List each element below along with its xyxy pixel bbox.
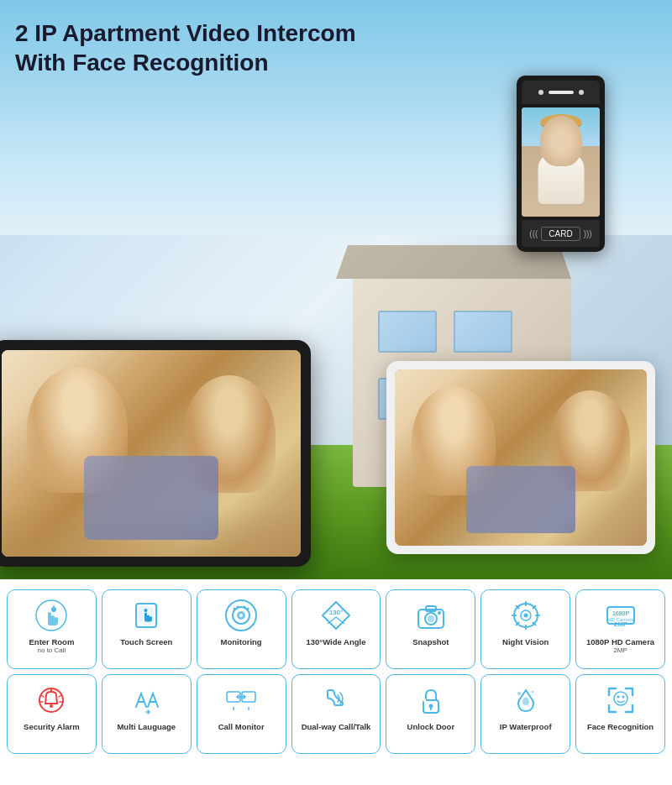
face-recognition-label: Face Recognition bbox=[587, 722, 654, 731]
svg-point-60 bbox=[622, 696, 624, 699]
hero-title: 2 IP Apartment Video Intercom With Face … bbox=[15, 18, 356, 77]
touch-screen-label: Touch Screen bbox=[120, 637, 172, 646]
night-vision-icon bbox=[507, 597, 544, 634]
enter-room-sublabel: no to Call bbox=[38, 646, 66, 655]
call-monitor-icon bbox=[223, 682, 260, 719]
svg-point-41 bbox=[50, 704, 53, 708]
feature-ip-waterproof: IP Waterproof bbox=[480, 674, 570, 754]
hd-camera-icon: 1080P HD Camera 2MP bbox=[602, 597, 639, 634]
svg-point-57 bbox=[531, 691, 533, 693]
svg-point-1 bbox=[51, 607, 56, 612]
door-panel: ((( CARD ))) bbox=[517, 76, 605, 252]
feature-hd-camera: 1080P HD Camera 2MP 1080P HD Camera 2MP bbox=[575, 589, 665, 669]
hero-section: 2 IP Apartment Video Intercom With Face … bbox=[0, 0, 672, 579]
svg-point-9 bbox=[239, 614, 243, 617]
features-row-1: Enter Room no to Call Touch Screen bbox=[7, 589, 665, 669]
feature-face-recognition: Face Recognition bbox=[575, 674, 665, 754]
wide-angle-label: 130°Wide Angle bbox=[307, 637, 366, 646]
snapshot-icon bbox=[412, 597, 449, 634]
feature-call-monitor: Call Monitor bbox=[197, 674, 286, 754]
feature-wide-angle: 130° 130°Wide Angle bbox=[291, 589, 381, 669]
ip-waterproof-icon bbox=[507, 682, 544, 719]
svg-point-21 bbox=[428, 615, 434, 622]
features-section: Enter Room no to Call Touch Screen bbox=[0, 579, 672, 766]
monitor-black bbox=[0, 340, 311, 567]
hd-camera-label: 1080P HD Camera bbox=[586, 637, 654, 646]
face-recognition-icon bbox=[602, 682, 639, 719]
multi-language-icon bbox=[128, 682, 165, 719]
svg-line-16 bbox=[328, 617, 336, 624]
svg-line-42 bbox=[41, 695, 44, 697]
svg-point-5 bbox=[144, 609, 148, 612]
svg-text:130°: 130° bbox=[329, 609, 344, 616]
ip-waterproof-label: IP Waterproof bbox=[500, 722, 552, 731]
dual-way-call-label: Dual-way Call/Talk bbox=[302, 722, 371, 731]
svg-point-58 bbox=[614, 692, 627, 705]
feature-security-alarm: Security Alarm bbox=[7, 674, 97, 754]
svg-point-11 bbox=[244, 606, 246, 609]
dual-way-call-icon bbox=[318, 682, 354, 719]
svg-point-13 bbox=[237, 606, 239, 609]
svg-point-33 bbox=[523, 614, 528, 618]
multi-language-label: Multi Lauguage bbox=[117, 722, 176, 731]
unlock-door-icon bbox=[412, 682, 449, 719]
feature-snapshot: Snapshot bbox=[386, 589, 475, 669]
svg-point-22 bbox=[438, 611, 441, 615]
svg-point-59 bbox=[617, 696, 619, 699]
enter-room-icon bbox=[33, 597, 70, 634]
monitoring-icon bbox=[223, 597, 260, 634]
svg-point-12 bbox=[234, 608, 236, 610]
svg-text:2MP: 2MP bbox=[613, 620, 627, 628]
svg-rect-55 bbox=[430, 706, 432, 710]
monitor-white bbox=[386, 361, 655, 554]
unlock-door-label: Unlock Door bbox=[407, 722, 454, 731]
snapshot-label: Snapshot bbox=[412, 637, 449, 646]
feature-dual-way-call: Dual-way Call/Talk bbox=[291, 674, 381, 754]
svg-point-10 bbox=[247, 608, 249, 610]
feature-touch-screen: Touch Screen bbox=[102, 589, 192, 669]
night-vision-label: Night Vision bbox=[502, 637, 549, 646]
feature-multi-language: Multi Lauguage bbox=[102, 674, 192, 754]
enter-room-label: Enter Room bbox=[29, 637, 75, 646]
security-alarm-icon bbox=[33, 682, 70, 719]
feature-enter-room: Enter Room no to Call bbox=[7, 589, 97, 669]
wide-angle-icon: 130° bbox=[318, 597, 354, 634]
security-alarm-label: Security Alarm bbox=[24, 722, 80, 731]
hd-camera-sublabel: 2MP bbox=[613, 646, 627, 655]
feature-monitoring: Monitoring bbox=[197, 589, 286, 669]
touch-screen-icon bbox=[128, 597, 165, 634]
feature-unlock-door: Unlock Door bbox=[386, 674, 475, 754]
monitoring-label: Monitoring bbox=[221, 637, 262, 646]
call-monitor-label: Call Monitor bbox=[218, 722, 265, 731]
feature-night-vision: Night Vision bbox=[480, 589, 570, 669]
features-row-2: Security Alarm Multi Lauguage bbox=[7, 674, 665, 754]
svg-line-17 bbox=[336, 617, 344, 624]
svg-text:1080P: 1080P bbox=[612, 610, 629, 616]
svg-point-56 bbox=[517, 692, 521, 695]
svg-line-43 bbox=[59, 695, 61, 697]
